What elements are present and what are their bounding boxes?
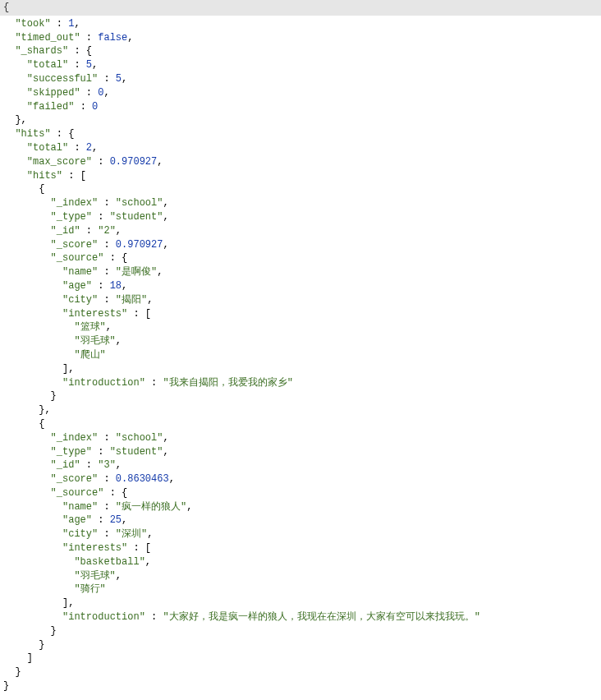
h0-int1: "羽毛球" — [74, 335, 115, 347]
h0-id-val: "2" — [98, 225, 116, 237]
h1-score-key: "_score" — [51, 473, 99, 485]
shards-failed-val: 0 — [92, 101, 98, 113]
timed-out-val: false — [98, 32, 127, 44]
json-output: "took" : 1, "timed_out" : false, "_shard… — [0, 16, 601, 698]
shards-key: "_shards" — [15, 45, 68, 57]
h0-city-key: "city" — [62, 294, 98, 306]
hits-total-val: 2 — [86, 142, 92, 154]
h0-age-val: 18 — [110, 280, 122, 292]
shards-total-key: "total" — [27, 59, 68, 71]
h0-age-key: "age" — [62, 280, 92, 292]
h1-city-key: "city" — [62, 528, 98, 540]
hits-arr-key: "hits" — [27, 170, 62, 182]
h1-age-key: "age" — [62, 514, 92, 526]
h1-interests-key: "interests" — [62, 542, 127, 554]
h1-intro-key: "introduction" — [62, 611, 145, 623]
h1-int1: "羽毛球" — [74, 570, 115, 582]
h1-intro-val: "大家好，我是疯一样的狼人，我现在在深圳，大家有空可以来找我玩。" — [163, 611, 479, 623]
shards-successful-val: 5 — [116, 73, 122, 85]
took-key: "took" — [15, 18, 50, 30]
h1-score-val: 0.8630463 — [116, 473, 169, 485]
h1-id-val: "3" — [98, 459, 116, 471]
open-brace: { — [3, 2, 9, 13]
h0-type-key: "_type" — [51, 211, 92, 223]
max-score-val: 0.970927 — [110, 156, 158, 168]
h0-intro-key: "introduction" — [62, 377, 145, 389]
h0-source-key: "_source" — [51, 252, 104, 264]
hits-total-key: "total" — [27, 142, 68, 154]
h0-intro-val: "我来自揭阳，我爱我的家乡" — [163, 377, 292, 389]
h1-index-key: "_index" — [51, 432, 99, 444]
h0-score-val: 0.970927 — [116, 239, 163, 251]
h0-int0: "篮球" — [74, 321, 105, 333]
shards-skipped-key: "skipped" — [27, 87, 80, 99]
shards-total-val: 5 — [86, 59, 92, 71]
h0-type-val: "student" — [110, 211, 163, 223]
h0-name-val: "是啊俊" — [116, 266, 157, 278]
h0-id-key: "_id" — [51, 225, 80, 237]
h1-name-key: "name" — [62, 501, 98, 513]
shards-successful-key: "successful" — [27, 73, 98, 85]
h1-source-key: "_source" — [51, 487, 104, 499]
h1-int2: "骑行" — [74, 583, 105, 595]
h1-type-key: "_type" — [51, 446, 92, 458]
h1-int0: "basketball" — [74, 556, 145, 568]
max-score-key: "max_score" — [27, 156, 92, 168]
h1-name-val: "疯一样的狼人" — [116, 501, 186, 513]
code-header: { — [0, 0, 601, 16]
h0-int2: "爬山" — [74, 349, 105, 361]
h0-interests-key: "interests" — [62, 308, 127, 320]
h1-id-key: "_id" — [51, 459, 80, 471]
h0-index-val: "school" — [116, 197, 163, 209]
h0-index-key: "_index" — [51, 197, 99, 209]
h1-type-val: "student" — [110, 446, 163, 458]
h0-score-key: "_score" — [51, 239, 99, 251]
h1-age-val: 25 — [110, 514, 122, 526]
h1-city-val: "深圳" — [116, 528, 147, 540]
h0-name-key: "name" — [62, 266, 98, 278]
h1-index-val: "school" — [116, 432, 163, 444]
h0-city-val: "揭阳" — [116, 294, 147, 306]
hits-key: "hits" — [15, 128, 50, 140]
shards-failed-key: "failed" — [27, 101, 75, 113]
timed-out-key: "timed_out" — [15, 32, 80, 44]
